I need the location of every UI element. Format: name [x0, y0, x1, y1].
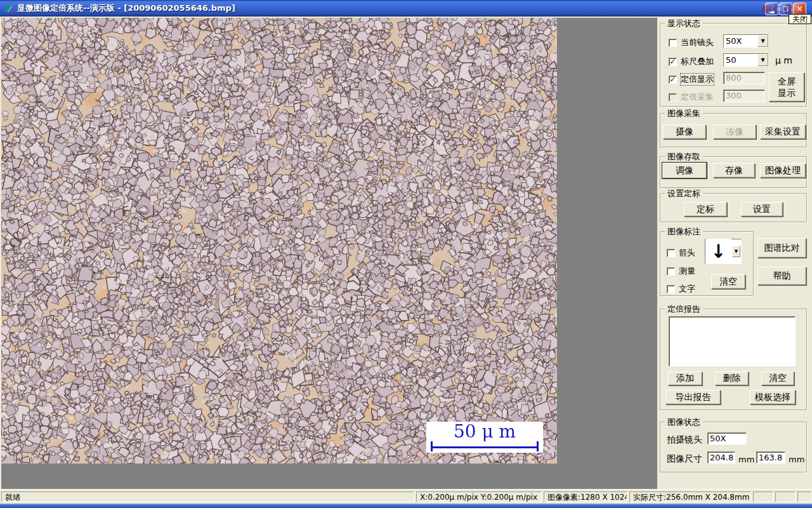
arrow-checkbox[interactable] [667, 249, 675, 257]
restore-icon: ❐ [783, 6, 789, 13]
atlas-compare-button[interactable]: 图谱比对 [757, 238, 806, 258]
save-image-button[interactable]: 存像 [713, 163, 755, 178]
report-delete-button[interactable]: 删除 [715, 371, 749, 385]
status-empty-1 [753, 491, 773, 502]
image-process-button[interactable]: 图像处理 [760, 163, 806, 178]
restore-button[interactable]: ❐ [779, 3, 792, 15]
height-unit: mm [789, 455, 804, 464]
annotation-clear-button[interactable]: 清空 [711, 274, 745, 289]
checkbox-row-text: 文字 [667, 283, 695, 295]
taskbar-edge [0, 504, 812, 508]
title-bar: 显微图像定倍系统--演示版 - [20090602055646.bmp] [0, 0, 812, 17]
shoot-button[interactable]: 摄像 [663, 124, 706, 139]
load-image-button[interactable]: 调像 [662, 163, 707, 178]
chevron-down-icon: ▼ [757, 54, 768, 66]
fixed-capture-field: 300 [723, 90, 765, 102]
freeze-button: 冻像 [713, 124, 756, 139]
ruler-unit: μ m [775, 55, 792, 65]
status-empty-2 [775, 491, 796, 502]
group-report: 定倍报告 添加 删除 清空 导出报告 模板选择 [660, 309, 807, 410]
chevron-down-icon: ▼ [732, 246, 740, 257]
window-title: 显微图像定倍系统--演示版 - [20090602055646.bmp] [17, 3, 235, 14]
checkbox-row-fixed-display: ✓ 定倍显示 [669, 74, 714, 85]
arrow-label[interactable]: 箭头 [679, 247, 695, 258]
size-label: 图像尺寸 [667, 453, 702, 465]
micrograph-image[interactable] [1, 18, 557, 464]
group-report-label: 定倍报告 [665, 304, 703, 315]
group-calibration: 设置定标 [660, 193, 807, 222]
status-ready: 就绪 [1, 491, 414, 502]
fixed-display-label[interactable]: 定倍显示 [681, 74, 714, 85]
width-unit: mm [738, 455, 754, 464]
current-lens-checkbox[interactable] [669, 39, 677, 47]
ruler-value: 50 [724, 54, 757, 66]
ruler-combo[interactable]: 50 ▼ [723, 53, 769, 67]
chevron-down-icon: ▼ [757, 35, 768, 47]
current-lens-combo[interactable]: 50X ▼ [723, 34, 769, 48]
status-pixels: 图像像素:1280 X 1024 [544, 491, 627, 502]
fixed-capture-checkbox [669, 93, 677, 102]
scale-bar-label: 50 μ m [426, 422, 543, 441]
text-checkbox[interactable] [667, 285, 675, 293]
group-capture-label: 图像采集 [665, 108, 703, 119]
arrow-style-combo[interactable]: ↓ ▼ [705, 239, 742, 264]
minimize-button[interactable] [765, 3, 778, 15]
arrow-style-glyph: ↓ [705, 239, 731, 264]
capture-settings-button[interactable]: 采集设置 [760, 124, 806, 139]
control-panel: 显示状态 当前镜头 50X ▼ ✓ 标尺叠加 50 ▼ μ m ✓ 定倍显示 8… [657, 17, 812, 489]
group-image-status: 图像状态 拍摄镜头 50X 图像尺寸 204.8 mm 163.8 mm [660, 422, 807, 472]
ruler-checkbox[interactable]: ✓ [669, 58, 677, 66]
status-empty-3 [797, 491, 811, 502]
measure-label[interactable]: 测量 [679, 265, 695, 277]
fullscreen-line1: 全屏 [778, 76, 796, 87]
lens-value-field: 50X [707, 432, 747, 444]
checkbox-row-current-lens: 当前镜头 [669, 37, 714, 48]
help-button[interactable]: 帮助 [757, 267, 806, 285]
checkbox-row-arrow: 箭头 [667, 247, 695, 258]
close-tooltip: 关闭 [789, 14, 811, 24]
calib-settings-button[interactable]: 设置 [741, 202, 783, 217]
status-scale: X:0.200μ m/pix Y:0.200μ m/pix [416, 491, 542, 502]
fixed-display-field: 800 [723, 72, 765, 84]
report-clear-button[interactable]: 清空 [761, 371, 794, 385]
image-width-field: 204.8 [707, 451, 735, 464]
group-storage-label: 图像存取 [665, 151, 703, 163]
group-display-status-label: 显示状态 [665, 18, 703, 29]
fullscreen-line2: 显示 [778, 87, 796, 98]
export-report-button[interactable]: 导出报告 [665, 390, 721, 404]
status-bar: 就绪 X:0.200μ m/pix Y:0.200μ m/pix 图像像素:12… [0, 489, 812, 504]
lens-label: 拍摄镜头 [667, 434, 702, 446]
group-annotation: 图像标注 箭头 测量 文字 ↓ ▼ 清空 [660, 231, 754, 296]
template-select-button[interactable]: 模板选择 [750, 390, 796, 404]
text-label[interactable]: 文字 [679, 283, 695, 295]
group-image-status-label: 图像状态 [665, 417, 703, 428]
report-listbox[interactable] [669, 316, 796, 366]
fullscreen-button[interactable]: 全屏 显示 [769, 72, 804, 102]
calibrate-button[interactable]: 定标 [684, 202, 727, 217]
group-calibration-label: 设置定标 [665, 188, 703, 199]
scale-bar-overlay: 50 μ m [426, 422, 543, 453]
checkbox-row-ruler: ✓ 标尺叠加 [669, 56, 714, 67]
group-annotation-label: 图像标注 [665, 226, 703, 237]
image-height-field: 163.8 [756, 451, 785, 464]
report-add-button[interactable]: 添加 [668, 371, 702, 385]
checkbox-row-measure: 测量 [667, 265, 695, 277]
status-actual-size: 实际尺寸:256.0mm X 204.8mm [629, 491, 751, 502]
fixed-display-checkbox[interactable]: ✓ [669, 76, 677, 84]
close-icon: ✕ [796, 4, 802, 13]
scale-bar-line [431, 441, 539, 451]
minimize-icon [769, 11, 775, 13]
current-lens-value: 50X [724, 35, 757, 47]
ruler-label[interactable]: 标尺叠加 [681, 56, 714, 67]
measure-checkbox[interactable] [667, 267, 675, 276]
app-icon [4, 3, 14, 13]
current-lens-label[interactable]: 当前镜头 [681, 37, 714, 48]
checkbox-row-fixed-capture: 定倍采集 [669, 91, 714, 103]
close-button[interactable]: ✕ [793, 3, 806, 15]
fixed-capture-label: 定倍采集 [681, 91, 714, 103]
